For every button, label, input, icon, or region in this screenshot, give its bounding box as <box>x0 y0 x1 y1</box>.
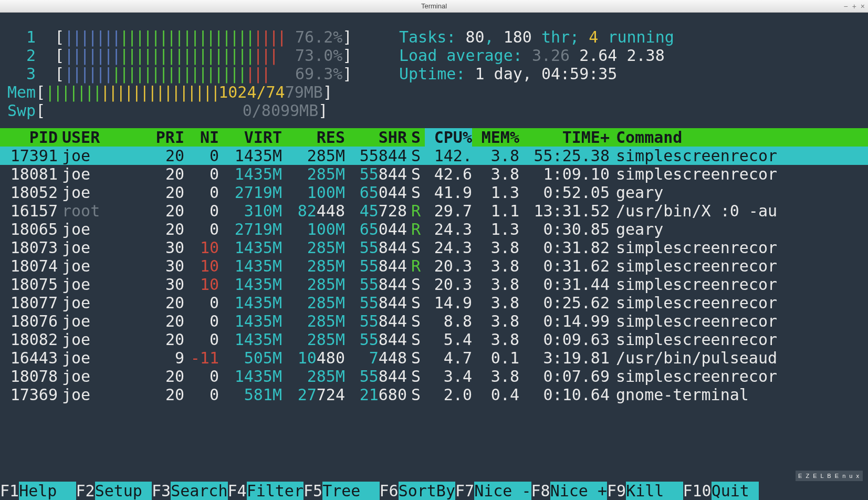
col-res: RES <box>282 128 345 147</box>
col-mem: MEM% <box>472 128 519 147</box>
fkey-F9[interactable]: F9 <box>607 482 626 500</box>
fkey-F8[interactable]: F8 <box>531 482 550 500</box>
maximize-icon[interactable]: + <box>852 2 856 11</box>
minimize-icon[interactable]: − <box>843 2 848 11</box>
flabel-F6[interactable]: SortBy <box>399 482 455 500</box>
process-row[interactable]: 17369joe200581M2772421680S2.00.40:10.64g… <box>0 386 868 404</box>
flabel-F1[interactable]: Help <box>19 482 76 500</box>
cpu-meter-1: 1 [||||||||||||||||||||||||||||76.2%]Tas… <box>7 28 861 46</box>
col-pid: PID <box>7 128 58 147</box>
col-pri: PRI <box>144 128 184 147</box>
tasks-row: Mem[||||||||||||||||||||||1024/7479MB] T… <box>7 83 861 101</box>
flabel-F3[interactable]: Search <box>171 482 227 500</box>
col-cmd: Command <box>610 128 868 147</box>
process-row[interactable]: 18081joe2001435M285M55844S42.63.81:09.10… <box>0 165 868 183</box>
col-shr: SHR <box>345 128 407 147</box>
fkey-F4[interactable]: F4 <box>228 482 247 500</box>
flabel-F9[interactable]: Kill <box>626 482 683 500</box>
col-virt: VIRT <box>219 128 282 147</box>
window-controls: − + × <box>843 2 865 11</box>
cpu-meter-2: 2 [||||||||||||||||||||||||||| 73.0%]Loa… <box>7 46 861 65</box>
col-ni: NI <box>184 128 219 147</box>
cpu-meter-3: 3 [|||||||||||||||||||||||||| 69.3%]Upti… <box>7 65 861 83</box>
col-time: TIME+ <box>519 128 610 147</box>
meters-panel: 1 [||||||||||||||||||||||||||||76.2%]Tas… <box>7 28 861 120</box>
col-user: USER <box>58 128 144 147</box>
fkey-F7[interactable]: F7 <box>455 482 474 500</box>
process-row[interactable]: 18082joe2001435M285M55844S5.43.80:09.63s… <box>0 330 868 349</box>
terminal-content[interactable]: 1 [||||||||||||||||||||||||||||76.2%]Tas… <box>0 13 868 500</box>
process-row[interactable]: 18073joe30101435M285M55844S24.33.80:31.8… <box>0 238 868 257</box>
process-row[interactable]: 16157root200310M8244845728R29.71.113:31.… <box>0 202 868 220</box>
flabel-F2[interactable]: Setup <box>95 482 152 500</box>
flabel-F7[interactable]: Nice - <box>474 482 531 500</box>
flabel-F10[interactable]: Quit <box>712 482 759 500</box>
process-list[interactable]: 17391joe2001435M285M55844S142.3.855:25.3… <box>0 147 868 404</box>
fkey-F6[interactable]: F6 <box>380 482 399 500</box>
window-titlebar: Terminal − + × <box>0 0 868 13</box>
window-title: Terminal <box>421 2 447 10</box>
close-icon[interactable]: × <box>861 2 865 11</box>
flabel-F4[interactable]: Filter <box>247 482 304 500</box>
function-keys: F1Help F2Setup F3SearchF4FilterF5Tree F6… <box>0 482 868 500</box>
process-row[interactable]: 17391joe2001435M285M55844S142.3.855:25.3… <box>0 147 868 165</box>
process-row[interactable]: 16443joe9-11505M104807448S4.70.13:19.81/… <box>0 349 868 367</box>
col-cpu: CPU% <box>425 128 472 147</box>
process-row[interactable]: 18075joe30101435M285M55844S20.33.80:31.4… <box>0 275 868 294</box>
fkey-F1[interactable]: F1 <box>0 482 19 500</box>
process-row[interactable]: 18077joe2001435M285M55844S14.93.80:25.62… <box>0 294 868 312</box>
fkey-F5[interactable]: F5 <box>304 482 322 500</box>
process-row[interactable]: 18052joe2002719M100M65044S41.91.30:52.05… <box>0 183 868 202</box>
watermark-logo: E Z E L B E n u x <box>796 471 863 481</box>
col-s: S <box>407 128 425 147</box>
process-row[interactable]: 18076joe2001435M285M55844S8.83.80:14.99s… <box>0 312 868 330</box>
load-row: Swp[0/8099MB] Load average: 3.26 2.64 2.… <box>7 101 861 120</box>
process-row[interactable]: 18078joe2001435M285M55844S3.43.80:07.69s… <box>0 367 868 386</box>
process-row[interactable]: 18065joe2002719M100M65044R24.31.30:30.85… <box>0 220 868 238</box>
fkey-F3[interactable]: F3 <box>152 482 171 500</box>
process-row[interactable]: 18074joe30101435M285M55844R20.33.80:31.6… <box>0 257 868 275</box>
flabel-F8[interactable]: Nice + <box>550 482 607 500</box>
fkey-F10[interactable]: F10 <box>683 482 712 500</box>
fkey-F2[interactable]: F2 <box>76 482 95 500</box>
flabel-F5[interactable]: Tree <box>322 482 379 500</box>
process-header[interactable]: PID USER PRI NI VIRT RES SHR S CPU% MEM%… <box>0 128 868 147</box>
